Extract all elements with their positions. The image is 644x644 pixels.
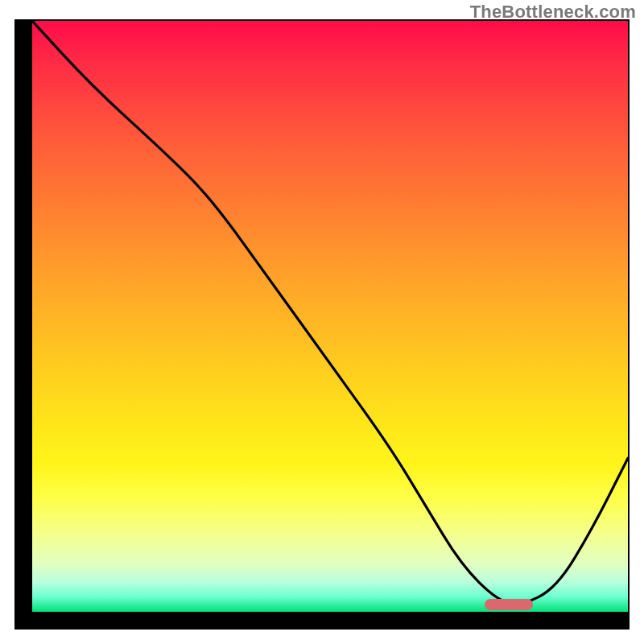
axes-area	[14, 19, 630, 630]
bottleneck-curve	[32, 21, 628, 612]
optimum-marker	[485, 599, 532, 610]
curve-path	[32, 21, 628, 604]
plot-area	[32, 21, 628, 612]
chart-frame: TheBottleneck.com	[0, 0, 644, 644]
